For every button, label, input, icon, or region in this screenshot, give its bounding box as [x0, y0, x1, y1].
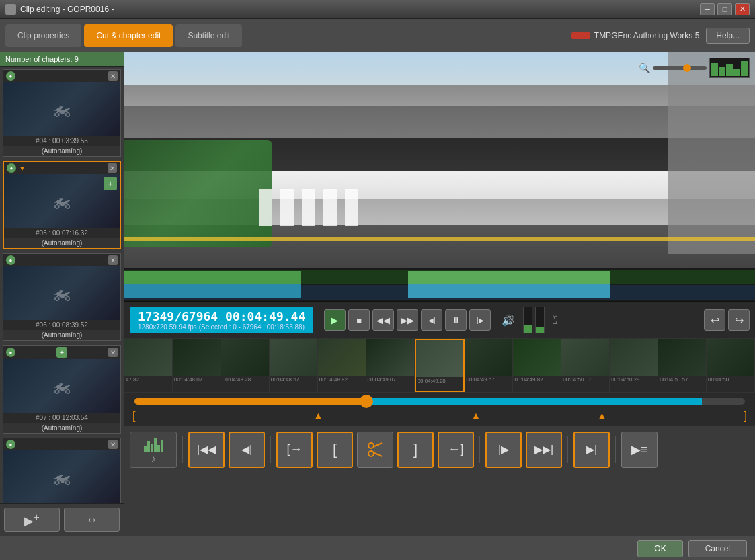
pause-button[interactable]: ⏸: [445, 309, 467, 331]
zoom-slider[interactable]: [653, 66, 707, 70]
timeline-section[interactable]: [ ] ▲ ▲ ▲: [124, 392, 755, 426]
chapter-06-close[interactable]: ✕: [108, 255, 118, 265]
ok-button[interactable]: OK: [637, 540, 682, 557]
film-time-4: 00:04:48.82: [318, 376, 366, 383]
film-time-1: 00:04:48.07: [173, 376, 221, 383]
chapter-08-close[interactable]: ✕: [108, 440, 118, 449]
chapter-05-preview: 🏍: [4, 174, 120, 228]
timeline-playhead[interactable]: [360, 395, 373, 408]
mark-in-button[interactable]: [: [317, 432, 353, 468]
minimize-button[interactable]: ─: [700, 3, 715, 15]
playback-info: 17349/67964 00:04:49.44 1280x720 59.94 f…: [124, 301, 755, 338]
chapter-item-07[interactable]: ● + ✕ 🏍 #07 : 00:12:03.54 (Autonamíng): [3, 345, 121, 434]
stop-button[interactable]: ■: [348, 309, 370, 331]
window-controls: ─ □ ✕: [700, 3, 750, 15]
zoom-control: 🔍: [639, 58, 750, 78]
timeline-out-marker[interactable]: ]: [744, 410, 747, 422]
undo-button[interactable]: ↩: [704, 309, 725, 331]
film-thumb-9: [561, 339, 609, 376]
chapter-06-timecode: #06 : 00:08:39.52: [3, 320, 120, 330]
film-frame-0: 47.82: [124, 339, 173, 392]
crosswalk-line: [302, 189, 315, 226]
chapter-06-img: 🏍: [3, 266, 120, 320]
chapter-05-close[interactable]: ✕: [108, 163, 117, 173]
tab-cut-chapter[interactable]: Cut & chapter edit: [84, 24, 173, 47]
chapter-07-preview: 🏍: [3, 359, 120, 413]
timecode-sub: 1280x720 59.94 fps (Selected : 0 - 67964…: [138, 323, 305, 331]
film-time-2: 00:04:48.28: [221, 376, 269, 383]
chapter-item-06[interactable]: ● ✕ 🏍 #06 : 00:08:39.52 (Autonamíng): [3, 253, 121, 341]
chapter-item-05[interactable]: ● ▼ ✕ 🏍 + #05 : 00:07:16.32 (Autonamíng): [3, 161, 121, 249]
frame-back-button[interactable]: ◀|: [421, 309, 442, 331]
redo-button[interactable]: ↪: [728, 309, 750, 331]
fast-fwd-icon: ▶▶|: [534, 443, 553, 456]
film-thumb-11: [658, 339, 706, 376]
maximize-button[interactable]: □: [717, 3, 732, 15]
waveform-track-teal: [124, 285, 755, 300]
tab-subtitle[interactable]: Subtitle edit: [175, 24, 242, 47]
add-chapter-button[interactable]: ▶+: [4, 508, 60, 532]
step-forward-button[interactable]: |▶: [485, 432, 522, 468]
chapter-05-add[interactable]: +: [104, 177, 117, 190]
chapter-05-thumb: 🏍 +: [4, 174, 120, 228]
mark-out-button[interactable]: ]: [397, 432, 434, 468]
toolbar-right: TMPGEnc Authoring Works 5 Help...: [571, 28, 750, 44]
cut-button[interactable]: [357, 432, 393, 468]
level-meter-R: [535, 307, 545, 333]
go-to-end-button[interactable]: ▶|: [573, 432, 610, 468]
timeline-in-marker[interactable]: [: [132, 410, 135, 422]
go-to-start-button[interactable]: |◀◀: [188, 432, 225, 468]
film-frame-2: 00:04:48.28: [221, 339, 270, 392]
window-title: Clip editing - GOPR0016 -: [20, 5, 700, 14]
crosswalk-line: [280, 189, 294, 226]
close-button[interactable]: ✕: [735, 3, 750, 15]
fast-forward-edit-button[interactable]: ▶▶|: [526, 432, 562, 468]
film-frame-6[interactable]: 00:04:49.28: [415, 339, 465, 392]
chapter-04-label: (Autonamíng): [3, 146, 120, 156]
frame-forward-button[interactable]: |▶: [469, 309, 491, 331]
timeline-mark-1: ▲: [313, 410, 323, 421]
chapter-04-close[interactable]: ✕: [108, 71, 118, 81]
help-button[interactable]: Help...: [706, 28, 750, 44]
film-thumb-1: [173, 339, 221, 376]
chapter-05-indicator: ●: [7, 163, 16, 173]
chapter-07-add[interactable]: +: [56, 347, 67, 358]
timeline-track[interactable]: [134, 398, 745, 405]
chapters-list: ● ✕ 🏍 #04 : 00:03:39.55 (Autonamíng) ● ▼…: [0, 67, 124, 503]
waveform-button[interactable]: ♪: [130, 432, 177, 468]
crosswalk: [259, 187, 447, 227]
crosswalk-line: [259, 189, 272, 226]
chapter-07-indicator: ●: [6, 348, 15, 357]
svg-point-0: [368, 443, 374, 448]
chapter-07-close[interactable]: ✕: [108, 348, 118, 357]
play-button[interactable]: ▶: [324, 309, 346, 331]
step-back-button[interactable]: ◀|: [229, 432, 265, 468]
chapter-list-button[interactable]: ▶≡: [621, 432, 658, 468]
chapter-08-indicator: ●: [6, 440, 15, 449]
chapter-item-04[interactable]: ● ✕ 🏍 #04 : 00:03:39.55 (Autonamíng): [3, 69, 121, 157]
set-out-button[interactable]: ←]: [438, 432, 474, 468]
separator-5: [615, 436, 616, 463]
tab-clip-properties[interactable]: Clip properties: [5, 24, 81, 47]
timeline-mark-2: ▲: [471, 410, 481, 421]
main-toolbar: Clip properties Cut & chapter edit Subti…: [0, 19, 755, 52]
audio-section: 🔊: [502, 314, 515, 327]
chapter-05-arrow: ▼: [19, 165, 26, 172]
set-in-button[interactable]: [→: [276, 432, 313, 468]
chapter-04-timecode: #04 : 00:03:39.55: [3, 136, 120, 146]
level-meter-R-bar: [536, 327, 544, 333]
brand-name: TMPGEnc Authoring Works 5: [594, 31, 700, 40]
chapter-04-preview: 🏍: [3, 82, 120, 136]
film-thumb-0: [124, 339, 172, 376]
timeline-played: [134, 398, 366, 405]
chapter-04-img: 🏍: [3, 82, 120, 136]
chapter-07-topbar: ● + ✕: [3, 346, 120, 359]
level-bar: [733, 69, 740, 76]
crosswalk-line: [345, 189, 358, 226]
rewind-button[interactable]: ◀◀: [372, 309, 394, 331]
chapter-item-08[interactable]: ● ✕ 🏍 #08 : 00:14:51.62: [3, 438, 121, 503]
fast-forward-button[interactable]: ▶▶: [397, 309, 418, 331]
level-bar: [726, 64, 733, 76]
split-button[interactable]: ↔: [64, 508, 120, 532]
cancel-button[interactable]: Cancel: [688, 540, 747, 557]
